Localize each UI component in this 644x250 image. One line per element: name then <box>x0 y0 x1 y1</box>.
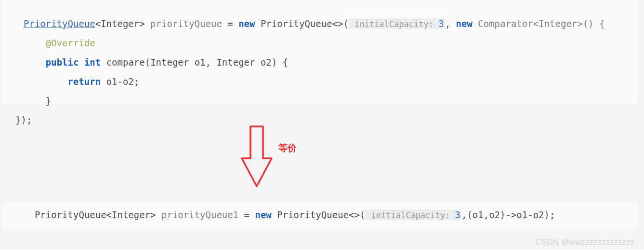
code-line: PriorityQueue<Integer> priorityQueue1 = … <box>3 206 637 225</box>
code-line: }); <box>3 111 637 130</box>
indent <box>24 76 68 87</box>
expr: o1-o2; <box>101 76 139 87</box>
variable: priorityQueue1 <box>156 209 239 220</box>
number: 3 <box>455 209 460 220</box>
param-hint: initialCapacity: 3 <box>365 209 461 220</box>
comma: , <box>445 18 456 29</box>
indent <box>24 38 46 48</box>
keyword-int: int <box>84 57 101 68</box>
keyword-public: public <box>46 57 79 68</box>
space <box>79 57 84 68</box>
arrow-down-icon <box>240 125 274 192</box>
generic: <Integer> <box>95 18 145 29</box>
code-line: return o1-o2; <box>3 72 637 92</box>
param-hint: initialCapacity: 3 <box>349 18 445 29</box>
number: 3 <box>438 18 444 29</box>
signature: compare(Integer o1, Integer o2) { <box>101 57 288 68</box>
indent <box>24 209 35 220</box>
arrow-label: 等价 <box>278 142 297 154</box>
equals: = <box>238 209 255 220</box>
ctor: PriorityQueue<>( <box>255 18 348 29</box>
type-link: PriorityQueue <box>24 18 95 29</box>
code-line: } <box>3 92 637 111</box>
type: PriorityQueue<Integer> <box>35 209 156 220</box>
rest: ,(o1,o2)->o1-o2); <box>461 209 555 220</box>
indent <box>24 96 46 106</box>
variable: priorityQueue <box>145 18 222 29</box>
brace: } <box>46 96 51 106</box>
code-line: @Override <box>3 34 637 53</box>
keyword-new: new <box>238 18 255 29</box>
indent <box>24 57 46 68</box>
watermark: CSDN @wwzzzzzzzzzzzzz <box>536 237 634 247</box>
ctor: PriorityQueue<>( <box>272 209 365 220</box>
keyword-new: new <box>255 209 271 220</box>
code-block-bottom: PriorityQueue<Integer> priorityQueue1 = … <box>3 203 637 229</box>
comparator: Comparator<Integer>() { <box>473 18 605 29</box>
brace: }); <box>15 114 32 125</box>
annotation: @Override <box>46 38 95 48</box>
keyword-return: return <box>68 76 101 87</box>
code-line: public int compare(Integer o1, Integer o… <box>3 53 637 72</box>
code-line: PriorityQueue<Integer> priorityQueue = n… <box>3 14 637 34</box>
code-block-top: PriorityQueue<Integer> priorityQueue = n… <box>3 0 637 104</box>
equals: = <box>222 18 238 29</box>
keyword-new: new <box>456 18 473 29</box>
